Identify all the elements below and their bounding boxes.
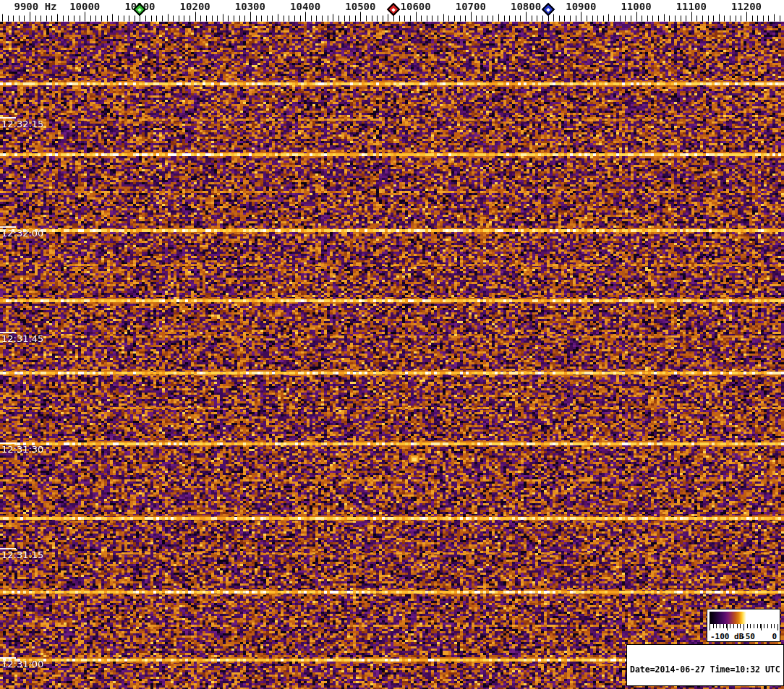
freq-label-10400: 10400 — [290, 1, 320, 12]
time-label: 12:31:15 — [1, 550, 43, 560]
freq-label-11000: 11000 — [621, 1, 651, 12]
scale-label-mid: -50 — [741, 632, 755, 641]
info-date-time: Date=2014-06-27 Time=10:32 UTC — [630, 665, 780, 675]
observation-info-box: Date=2014-06-27 Time=10:32 UTC Freq=143 … — [626, 644, 784, 686]
time-label: 12:31:30 — [1, 445, 43, 455]
meteor-echo-waterfall-app: { "frequency_axis": { "unit": "Hz", "min… — [0, 0, 784, 689]
freq-label-10300: 10300 — [235, 1, 265, 12]
time-label: 12:32:15 — [1, 119, 43, 129]
color-gradient-bar — [710, 612, 777, 624]
freq-label-9900: 9900 Hz — [14, 1, 56, 12]
freq-label-11100: 11100 — [676, 1, 707, 12]
marker-core — [391, 7, 396, 12]
freq-label-10200: 10200 — [180, 1, 210, 12]
time-label: 12:31:00 — [1, 659, 43, 669]
db-color-scale: -100 dB -50 0 — [707, 609, 780, 642]
time-label: 12:31:45 — [1, 334, 43, 344]
scale-major-ticks — [710, 624, 778, 630]
freq-label-10700: 10700 — [456, 1, 486, 12]
freq-label-10000: 10000 — [69, 1, 100, 12]
scale-label-max: 0 — [772, 632, 777, 641]
freq-label-10800: 10800 — [511, 1, 541, 12]
time-label: 12:32:00 — [1, 228, 43, 239]
marker-core — [546, 7, 550, 12]
freq-label-11200: 11200 — [731, 1, 762, 12]
frequency-axis: 9900 Hz 10000 10100 10200 10300 10400 10… — [0, 0, 784, 22]
spectrogram-canvas — [0, 22, 784, 689]
marker-core — [138, 7, 142, 12]
freq-label-10900: 10900 — [566, 1, 596, 12]
scale-label-min: -100 dB — [710, 632, 743, 641]
freq-label-10600: 10600 — [401, 1, 431, 12]
waterfall-display: 12:32:15 12:32:00 12:31:45 12:31:30 12:3… — [0, 22, 784, 689]
freq-label-10500: 10500 — [345, 1, 375, 12]
